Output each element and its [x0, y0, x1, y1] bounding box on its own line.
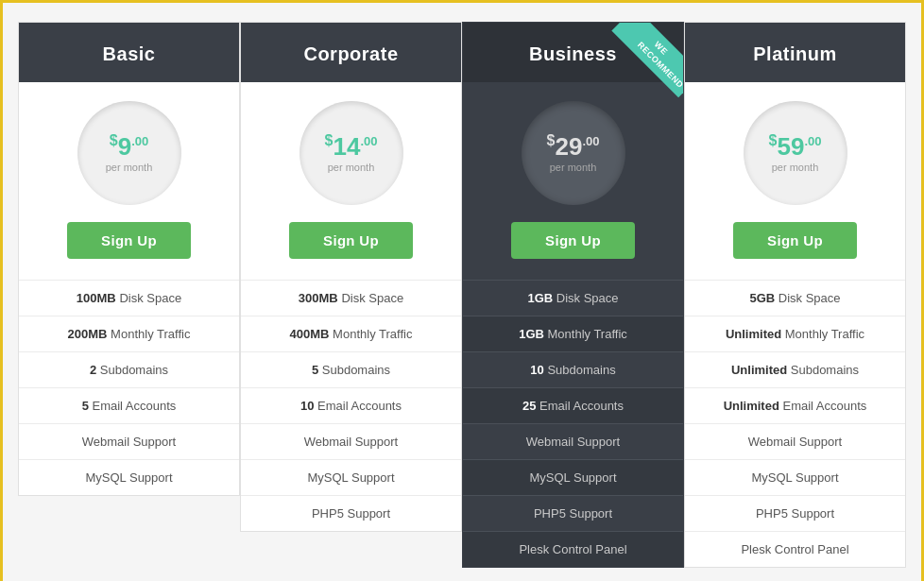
feature-item: 5GB Disk Space — [685, 280, 905, 316]
feature-item: MySQL Support — [241, 459, 461, 495]
features-list: 300MB Disk Space400MB Monthly Traffic5 S… — [241, 280, 461, 531]
features-list: 5GB Disk SpaceUnlimited Monthly TrafficU… — [685, 280, 905, 567]
feature-item: 1GB Monthly Traffic — [463, 316, 683, 351]
feature-item: Plesk Control Panel — [685, 531, 905, 567]
feature-item: Plesk Control Panel — [463, 531, 683, 567]
feature-item: 5 Email Accounts — [19, 387, 239, 423]
plan-name: Platinum — [685, 23, 905, 82]
plan-business: WE RECOMMENDBusiness$29.00per monthSign … — [462, 22, 684, 568]
feature-item: 2 Subdomains — [19, 351, 239, 387]
feature-item: 300MB Disk Space — [241, 280, 461, 316]
price-circle: $9.00per month — [77, 101, 181, 205]
price-amount: $9.00 — [110, 133, 148, 159]
feature-item: 25 Email Accounts — [463, 387, 683, 423]
feature-item: MySQL Support — [685, 459, 905, 495]
feature-item: Webmail Support — [241, 423, 461, 459]
feature-item: 5 Subdomains — [241, 351, 461, 387]
feature-item: 400MB Monthly Traffic — [241, 316, 461, 351]
per-month-label: per month — [772, 162, 819, 173]
feature-item: 1GB Disk Space — [463, 280, 683, 316]
pricing-table: Basic$9.00per monthSign Up100MB Disk Spa… — [18, 3, 906, 581]
features-list: 100MB Disk Space200MB Monthly Traffic2 S… — [19, 280, 239, 495]
feature-item: 200MB Monthly Traffic — [19, 316, 239, 351]
feature-item: 10 Subdomains — [463, 351, 683, 387]
plan-name: Corporate — [241, 23, 461, 82]
plan-corporate: Corporate$14.00per monthSign Up300MB Dis… — [240, 22, 462, 532]
feature-item: Webmail Support — [685, 423, 905, 459]
price-circle: $29.00per month — [522, 101, 625, 205]
feature-item: Unlimited Subdomains — [685, 351, 905, 387]
plan-platinum: Platinum$59.00per monthSign Up5GB Disk S… — [684, 22, 906, 568]
per-month-label: per month — [106, 162, 153, 173]
feature-item: PHP5 Support — [685, 495, 905, 531]
signup-button[interactable]: Sign Up — [733, 222, 857, 259]
feature-item: PHP5 Support — [463, 495, 683, 531]
feature-item: 100MB Disk Space — [19, 280, 239, 316]
per-month-label: per month — [328, 162, 375, 173]
plan-name: Basic — [19, 23, 239, 82]
price-amount: $29.00 — [547, 133, 600, 159]
features-list: 1GB Disk Space1GB Monthly Traffic10 Subd… — [463, 280, 683, 567]
signup-button[interactable]: Sign Up — [511, 222, 635, 259]
feature-item: PHP5 Support — [241, 495, 461, 531]
price-amount: $59.00 — [769, 133, 822, 159]
feature-item: Unlimited Monthly Traffic — [685, 316, 905, 351]
signup-button[interactable]: Sign Up — [67, 222, 191, 259]
per-month-label: per month — [550, 162, 597, 173]
feature-item: Webmail Support — [19, 423, 239, 459]
price-circle: $59.00per month — [744, 101, 847, 205]
feature-item: Unlimited Email Accounts — [685, 387, 905, 423]
price-circle: $14.00per month — [299, 101, 403, 205]
feature-item: MySQL Support — [19, 459, 239, 495]
feature-item: Webmail Support — [463, 423, 683, 459]
signup-button[interactable]: Sign Up — [289, 222, 413, 259]
price-amount: $14.00 — [325, 133, 378, 159]
feature-item: 10 Email Accounts — [241, 387, 461, 423]
feature-item: MySQL Support — [463, 459, 683, 495]
plan-basic: Basic$9.00per monthSign Up100MB Disk Spa… — [18, 22, 240, 496]
